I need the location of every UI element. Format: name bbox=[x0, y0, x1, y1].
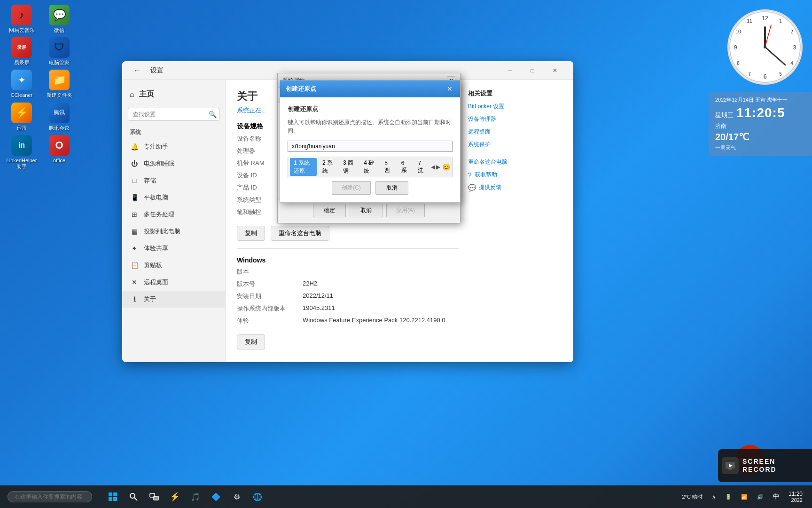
desktop-icon-meeting[interactable]: 腾讯 腾讯会议 bbox=[42, 103, 76, 131]
sidebar-item-multitask[interactable]: ⊞ 多任务处理 bbox=[122, 206, 225, 223]
taskbar-icon-network[interactable]: 🌐 bbox=[248, 487, 267, 506]
other-link-rename[interactable]: 重命名这台电脑 bbox=[468, 158, 562, 166]
create-restore-close[interactable]: ✕ bbox=[445, 84, 454, 94]
meeting-label: 腾讯会议 bbox=[49, 125, 70, 131]
desktop-icon-music[interactable]: ♪ 网易云音乐 bbox=[5, 5, 39, 33]
desktop-icon-office[interactable]: O office bbox=[42, 135, 76, 170]
linkedin-label: LinkedHelper助手 bbox=[5, 158, 39, 170]
desktop-icon-thunder[interactable]: ⚡ 迅雷 bbox=[5, 103, 39, 131]
taskbar-tray[interactable]: ∧ bbox=[708, 492, 719, 502]
svg-text:7: 7 bbox=[748, 71, 751, 77]
thunder-taskbar-icon: ⚡ bbox=[170, 492, 180, 502]
sidebar-item-about[interactable]: ℹ 关于 bbox=[122, 291, 225, 308]
minimize-button[interactable]: ─ bbox=[499, 63, 521, 78]
screen-rec-label2: RECORD bbox=[742, 466, 777, 474]
sidebar-item-remote[interactable]: ✕ 远程桌面 bbox=[122, 274, 225, 291]
sidebar-item-power[interactable]: ⏻ 电源和睡眠 bbox=[122, 155, 225, 172]
desktop-icon-mgr[interactable]: 🛡 电脑管家 bbox=[42, 37, 76, 66]
desktop-icon-linkedin[interactable]: in LinkedHelper助手 bbox=[5, 135, 39, 170]
ime-emoji-button[interactable]: 😊 bbox=[442, 163, 450, 171]
create-restore-desc: 键入可以帮助你识别还原点的描述。系统会自助添加当前日期和时间。 bbox=[288, 118, 453, 135]
sys-cancel-button[interactable]: 取消 bbox=[350, 204, 383, 217]
windows-logo-icon bbox=[108, 492, 117, 501]
recorder-icon: 录屏 bbox=[11, 37, 32, 58]
search-input[interactable] bbox=[128, 108, 219, 121]
svg-rect-22 bbox=[109, 497, 112, 501]
share-icon: ✦ bbox=[130, 244, 139, 253]
taskbar-icon-app2[interactable]: 🔷 bbox=[207, 487, 226, 506]
ime-candidate-5[interactable]: 5 西 bbox=[381, 159, 396, 175]
cancel-create-button[interactable]: 取消 bbox=[375, 181, 408, 195]
sidebar-home[interactable]: ⌂ 主页 bbox=[122, 85, 225, 104]
meeting-icon: 腾讯 bbox=[49, 103, 70, 123]
version-value-4: Windows Feature Experience Pack 120.2212… bbox=[303, 317, 445, 325]
wechat-icon: 💬 bbox=[49, 5, 70, 25]
divider bbox=[237, 248, 459, 249]
taskbar-datetime[interactable]: 11:20 2022 bbox=[785, 489, 806, 505]
sys-ok-button[interactable]: 确定 bbox=[313, 204, 346, 217]
version-row-0: 版本 bbox=[237, 268, 459, 276]
related-link-remote[interactable]: 远程桌面 bbox=[468, 128, 562, 136]
weather-time: 11:20:5 bbox=[736, 105, 785, 120]
copy-button-2[interactable]: 复制 bbox=[237, 334, 265, 349]
taskbar-wifi[interactable]: 📶 bbox=[737, 492, 751, 502]
ime-candidate-2[interactable]: 2 系统 bbox=[319, 158, 337, 176]
clock-widget: 12 3 6 9 1 2 4 5 7 8 10 11 bbox=[727, 9, 803, 85]
ime-prev-button[interactable]: ◀ bbox=[431, 164, 435, 170]
taskbar-volume[interactable]: 🔊 bbox=[753, 492, 767, 502]
ime-candidate-4[interactable]: 4 矽统 bbox=[360, 158, 379, 176]
taskbar-icon-app1[interactable]: 🎵 bbox=[186, 487, 205, 506]
related-link-bitlocker[interactable]: BitLocker 设置 bbox=[468, 103, 562, 111]
desktop-icon-recorder[interactable]: 录屏 易录屏 bbox=[5, 37, 39, 66]
ime-candidate-1[interactable]: 1 系统还原 bbox=[290, 158, 317, 176]
ime-next-button[interactable]: ▶ bbox=[436, 164, 440, 170]
desktop-icon-folder[interactable]: 📁 新建文件夹 bbox=[42, 70, 76, 98]
close-button[interactable]: ✕ bbox=[544, 63, 566, 78]
sidebar-item-tablet[interactable]: 📱 平板电脑 bbox=[122, 189, 225, 206]
sidebar-clipboard-label: 剪贴板 bbox=[144, 261, 162, 270]
restore-point-name-input[interactable] bbox=[288, 141, 453, 152]
sidebar-item-clipboard[interactable]: 📋 剪贴板 bbox=[122, 257, 225, 274]
desktop-icon-cleaner[interactable]: ✦ CCleaner bbox=[5, 70, 39, 98]
settings-back-button[interactable]: ← bbox=[130, 64, 145, 77]
taskbar-weather[interactable]: 2°C 晴时 bbox=[678, 492, 706, 502]
screen-recorder-badge: SCREEN RECORD bbox=[718, 449, 812, 482]
related-link-device-mgr[interactable]: 设备管理器 bbox=[468, 115, 562, 123]
taskbar-icon-thunder[interactable]: ⚡ bbox=[165, 487, 184, 506]
maximize-button[interactable]: □ bbox=[522, 63, 543, 78]
sidebar-notification-label: 专注助手 bbox=[144, 143, 168, 151]
ime-candidate-3[interactable]: 3 西铜 bbox=[339, 158, 358, 176]
search-icon-button[interactable]: 🔍 bbox=[209, 111, 217, 118]
desktop-icon-wechat[interactable]: 💬 微信 bbox=[42, 5, 76, 33]
sidebar-item-share[interactable]: ✦ 体验共享 bbox=[122, 240, 225, 257]
sys-apply-button[interactable]: 应用(A) bbox=[386, 204, 425, 217]
rename-button[interactable]: 重命名这台电脑 bbox=[271, 226, 329, 241]
help-icon: ? bbox=[468, 171, 472, 179]
related-link-sys-protect[interactable]: 系统保护 bbox=[468, 141, 562, 149]
taskbar-ime[interactable]: 中 bbox=[769, 491, 783, 503]
taskbar-icon-settings[interactable]: ⚙ bbox=[227, 487, 246, 506]
app1-taskbar-icon: 🎵 bbox=[191, 492, 200, 501]
sidebar-item-notification[interactable]: 🔔 专注助手 bbox=[122, 138, 225, 155]
copy-button[interactable]: 复制 bbox=[237, 226, 265, 241]
ime-candidate-6[interactable]: 6 系 bbox=[398, 159, 413, 175]
desktop: ♪ 网易云音乐 💬 微信 录屏 易录屏 🛡 电脑管家 ✦ CCleaner bbox=[0, 0, 812, 508]
sidebar-item-storage[interactable]: □ 存储 bbox=[122, 172, 225, 189]
weather-week-link[interactable]: 一周天气 bbox=[715, 144, 805, 151]
taskbar-icon-search[interactable] bbox=[124, 487, 143, 506]
version-row-2: 安装日期 2022/12/11 bbox=[237, 292, 459, 301]
other-link-help[interactable]: 获取帮助 bbox=[475, 171, 497, 179]
ime-candidate-7[interactable]: 7 洗 bbox=[414, 159, 429, 175]
taskbar-search-input[interactable] bbox=[8, 491, 92, 502]
taskbar-icon-windows[interactable] bbox=[103, 487, 122, 506]
other-link-feedback[interactable]: 提供反馈 bbox=[479, 183, 501, 191]
main-right: 相关设置 BitLocker 设置 设备管理器 远程桌面 系统保护 重命名这台电… bbox=[468, 89, 562, 349]
sidebar-item-project[interactable]: ▦ 投影到此电脑 bbox=[122, 223, 225, 240]
sidebar-about-label: 关于 bbox=[144, 295, 156, 303]
taskbar-battery[interactable]: 🔋 bbox=[721, 492, 735, 502]
weather-temp-taskbar: 2°C 晴时 bbox=[682, 493, 703, 500]
weather-day: 星期三 bbox=[715, 111, 734, 119]
taskbar-icon-taskview[interactable] bbox=[145, 487, 164, 506]
settings-title: 设置 bbox=[150, 66, 164, 75]
create-c-button[interactable]: 创建(C) bbox=[332, 181, 371, 195]
